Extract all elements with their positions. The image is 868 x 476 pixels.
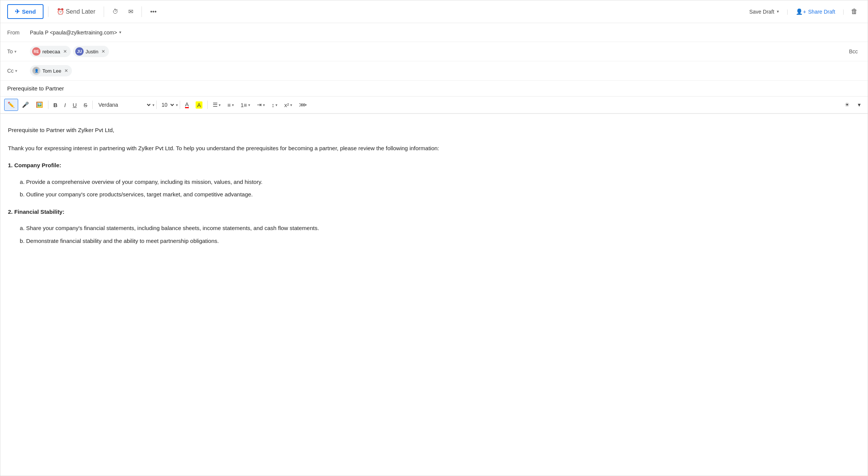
- section-2-title: Financial Stability:: [14, 208, 65, 215]
- remove-tomlee-button[interactable]: ✕: [64, 68, 68, 73]
- theme-toggle-button[interactable]: ☀: [842, 99, 852, 110]
- cc-field-content: 👤 Tom Lee ✕: [30, 65, 861, 76]
- superscript-button[interactable]: x² ▾: [281, 100, 295, 110]
- font-family-select[interactable]: Verdana Arial Times New Roman Courier Ne…: [95, 100, 152, 110]
- toolbar-right: Save Draft ▾ | 👤+ Share Draft | 🗑: [745, 5, 861, 18]
- numbered-chevron-icon: ▾: [248, 103, 250, 107]
- font-chevron-icon: ▾: [152, 103, 154, 107]
- bullet-list-button[interactable]: ≡ ▾: [224, 100, 237, 110]
- to-field-content: RE rebecaa ✕ JU Justin ✕: [30, 46, 846, 57]
- numbered-list-button[interactable]: 1≡ ▾: [238, 100, 253, 110]
- body-section-1: 1. Company Profile:: [8, 160, 860, 170]
- divider-3: [142, 6, 142, 17]
- cc-chevron-icon[interactable]: ▾: [15, 68, 17, 73]
- send-button[interactable]: ✈ Send: [7, 4, 44, 19]
- template-icon-button[interactable]: ✉: [124, 5, 137, 18]
- fmt-divider-4: [180, 101, 180, 109]
- avatar-justin: JU: [75, 47, 84, 56]
- font-color-icon: A: [185, 101, 189, 108]
- body-intro: Thank you for expressing interest in par…: [8, 143, 860, 153]
- strikethrough-button[interactable]: S: [81, 100, 90, 110]
- format-toolbar: ✏️ 🎤 🖼️ B I U S Verdana Ar: [0, 96, 868, 114]
- align-icon: ☰: [213, 101, 218, 108]
- more-icon: •••: [150, 8, 157, 15]
- indent-button[interactable]: ⇥ ▾: [254, 99, 268, 110]
- save-draft-button[interactable]: Save Draft ▾: [745, 6, 783, 17]
- send-later-button[interactable]: ⏰ Send Later: [53, 5, 99, 18]
- clock-icon: ⏰: [57, 8, 64, 15]
- font-size-select[interactable]: 8 9 10 11 12 14 18 24 36: [159, 100, 175, 110]
- schedule-icon-button[interactable]: ⏱: [109, 6, 122, 18]
- cc-row: Cc ▾ 👤 Tom Lee ✕: [0, 61, 868, 81]
- underline-icon: U: [73, 102, 77, 108]
- microphone-icon: 🎤: [22, 101, 29, 108]
- image-button[interactable]: 🖼️: [33, 99, 46, 110]
- pencil-icon: ✏️: [8, 101, 15, 108]
- body-section-2: 2. Financial Stability:: [8, 207, 860, 217]
- to-name-rebecaa: rebecaa: [42, 49, 60, 54]
- section-1-title: Company Profile:: [14, 162, 61, 168]
- strikethrough-icon: S: [84, 102, 87, 108]
- size-chevron-icon: ▾: [176, 103, 178, 107]
- microphone-button[interactable]: 🎤: [19, 99, 32, 110]
- section-1-item-a: Provide a comprehensive overview of your…: [26, 177, 860, 187]
- delete-button[interactable]: 🗑: [848, 5, 861, 18]
- italic-icon: I: [64, 102, 66, 108]
- fmt-divider-3: [156, 101, 157, 109]
- italic-button[interactable]: I: [61, 100, 69, 110]
- cc-recipient-tomlee: 👤 Tom Lee ✕: [30, 65, 72, 76]
- more-options-button[interactable]: •••: [146, 6, 160, 18]
- divider-2: [104, 6, 104, 17]
- section-1-item-b: Outline your company's core products/ser…: [26, 190, 860, 199]
- template-icon: ✉: [128, 8, 133, 15]
- expand-format-button[interactable]: ▾: [855, 99, 864, 110]
- bullet-list-icon: ≡: [227, 102, 231, 108]
- expand-icon: ▾: [858, 101, 861, 108]
- align-button[interactable]: ☰ ▾: [210, 99, 224, 110]
- body-greeting: Prerequisite to Partner with Zylker Pvt …: [8, 125, 860, 135]
- save-draft-label: Save Draft: [749, 9, 774, 15]
- share-draft-button[interactable]: 👤+ Share Draft: [792, 6, 839, 17]
- remove-rebecaa-button[interactable]: ✕: [63, 49, 67, 54]
- share-draft-label: Share Draft: [808, 9, 835, 15]
- highlight-button[interactable]: A: [193, 99, 205, 111]
- toolbar-right-end: ☀ ▾: [842, 99, 864, 110]
- indent-icon: ⇥: [257, 101, 262, 108]
- to-row: To ▾ RE rebecaa ✕ JU Justin ✕ Bcc: [0, 42, 868, 61]
- to-label: To ▾: [7, 48, 30, 54]
- theme-icon: ☀: [845, 101, 849, 108]
- avatar-rebecaa: RE: [32, 47, 40, 56]
- trash-icon: 🗑: [851, 8, 858, 15]
- cc-label: Cc ▾: [7, 68, 30, 74]
- bullet-chevron-icon: ▾: [232, 103, 234, 107]
- to-chevron-icon[interactable]: ▾: [14, 49, 17, 54]
- divider-1: [48, 6, 48, 17]
- email-body[interactable]: Prerequisite to Partner with Zylker Pvt …: [0, 114, 868, 476]
- section-2-item-b: Demonstrate financial stability and the …: [26, 236, 860, 246]
- from-chevron-icon[interactable]: ▾: [119, 30, 121, 35]
- bold-button[interactable]: B: [50, 100, 61, 110]
- from-label: From: [7, 30, 30, 36]
- subject-input[interactable]: [7, 85, 861, 92]
- highlight-icon: A: [196, 101, 202, 109]
- to-recipient-justin: JU Justin ✕: [73, 46, 109, 57]
- fmt-divider-1: [48, 101, 48, 109]
- cc-name-tomlee: Tom Lee: [42, 68, 61, 74]
- font-color-button[interactable]: A: [182, 99, 192, 110]
- edit-mode-button[interactable]: ✏️: [4, 99, 18, 111]
- send-later-label: Send Later: [66, 8, 95, 15]
- send-icon: ✈: [15, 8, 20, 15]
- fmt-divider-2: [92, 101, 93, 109]
- more-format-button[interactable]: ⋙: [296, 99, 310, 110]
- line-spacing-icon: ↕: [272, 102, 275, 108]
- line-spacing-chevron-icon: ▾: [275, 103, 277, 107]
- bcc-button[interactable]: Bcc: [846, 47, 861, 56]
- superscript-icon: x²: [284, 102, 289, 108]
- share-icon: 👤+: [796, 8, 806, 15]
- underline-button[interactable]: U: [70, 100, 80, 110]
- from-row: From Paula P <paula@zylkertraining.com> …: [0, 23, 868, 42]
- line-spacing-button[interactable]: ↕ ▾: [269, 100, 281, 110]
- indent-chevron-icon: ▾: [263, 103, 265, 107]
- more-format-icon: ⋙: [299, 101, 307, 108]
- remove-justin-button[interactable]: ✕: [101, 49, 105, 54]
